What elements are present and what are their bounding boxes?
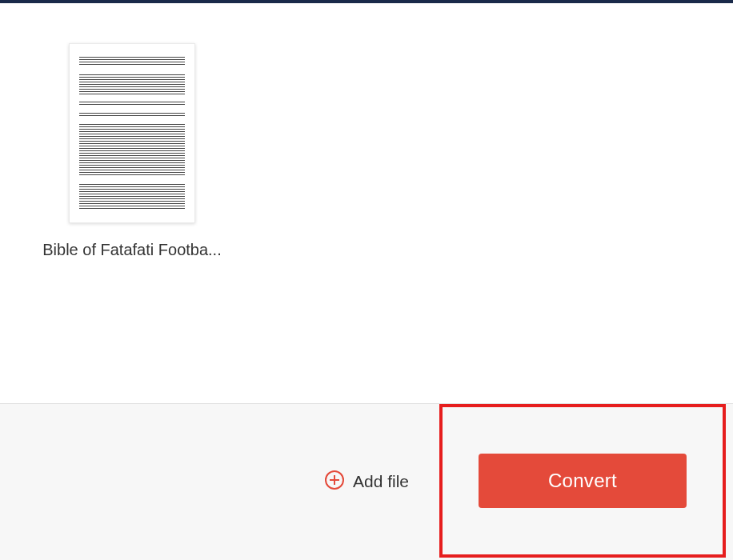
add-file-button[interactable]: Add file xyxy=(324,470,409,494)
thumb-text-line xyxy=(79,113,185,118)
thumb-text-line xyxy=(79,184,185,210)
convert-highlight-box: Convert xyxy=(439,404,726,558)
convert-button[interactable]: Convert xyxy=(479,454,687,508)
plus-circle-icon xyxy=(324,470,345,494)
content-area: Bible of Fatafati Footba... xyxy=(0,3,733,403)
action-bar: Add file Convert xyxy=(0,403,733,560)
thumb-text-line xyxy=(79,57,185,66)
file-name-label: Bible of Fatafati Footba... xyxy=(42,241,221,259)
file-card[interactable]: Bible of Fatafati Footba... xyxy=(32,43,232,259)
thumb-text-line xyxy=(79,124,185,176)
document-thumbnail xyxy=(69,43,195,223)
thumb-text-line xyxy=(79,74,185,95)
thumb-text-line xyxy=(79,102,185,106)
add-file-label: Add file xyxy=(353,472,409,491)
